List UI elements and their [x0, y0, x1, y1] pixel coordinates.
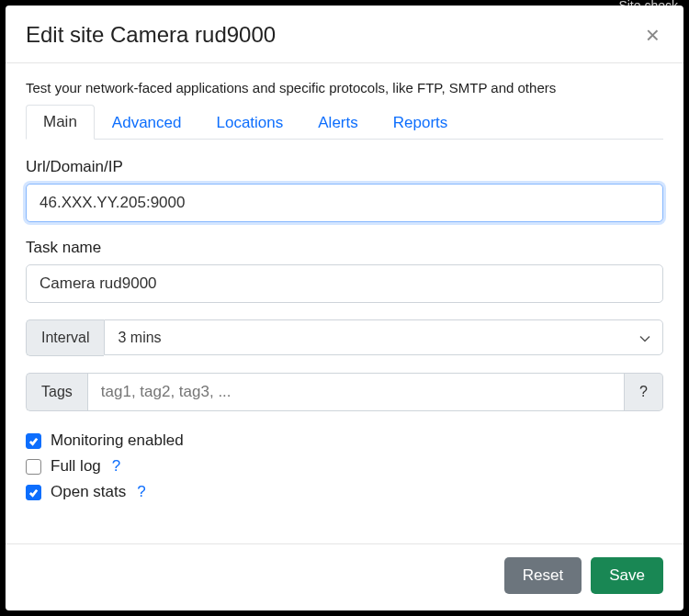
tab-advanced[interactable]: Advanced — [95, 105, 199, 140]
modal-header: Edit site Camera rud9000 × — [6, 6, 683, 63]
interval-select[interactable]: 3 mins — [104, 319, 663, 355]
url-label: Url/Domain/IP — [26, 158, 663, 176]
url-field-group: Url/Domain/IP — [26, 158, 663, 222]
task-name-label: Task name — [26, 239, 663, 257]
open-stats-checkbox[interactable] — [26, 485, 41, 500]
tab-main[interactable]: Main — [26, 105, 95, 140]
task-name-field-group: Task name — [26, 239, 663, 303]
open-stats-help-icon[interactable]: ? — [137, 483, 145, 501]
tab-reports[interactable]: Reports — [376, 105, 466, 140]
modal-description: Test your network-faced applications and… — [26, 80, 663, 95]
open-stats-label: Open stats — [51, 483, 126, 501]
full-log-label: Full log — [51, 457, 101, 476]
edit-site-modal: Edit site Camera rud9000 × Test your net… — [6, 6, 683, 610]
tags-field-group: Tags ? — [26, 373, 663, 411]
tags-help-button[interactable]: ? — [625, 373, 663, 411]
close-button[interactable]: × — [642, 23, 663, 47]
url-input[interactable] — [26, 184, 663, 222]
interval-field-group: Interval 3 mins — [26, 319, 663, 356]
full-log-help-icon[interactable]: ? — [112, 457, 120, 476]
modal-footer: Reset Save — [6, 543, 683, 610]
save-button[interactable]: Save — [591, 557, 663, 594]
modal-body: Test your network-faced applications and… — [6, 63, 683, 543]
tab-alerts[interactable]: Alerts — [300, 105, 375, 140]
full-log-row: Full log ? — [26, 457, 663, 476]
full-log-checkbox[interactable] — [26, 459, 41, 475]
tags-input[interactable] — [87, 373, 625, 411]
monitoring-enabled-row: Monitoring enabled — [26, 431, 663, 450]
interval-label: Interval — [26, 319, 104, 356]
task-name-input[interactable] — [26, 264, 663, 303]
tab-locations[interactable]: Locations — [198, 105, 300, 140]
reset-button[interactable]: Reset — [504, 557, 582, 594]
modal-title: Edit site Camera rud9000 — [26, 22, 276, 48]
tags-label: Tags — [26, 373, 87, 411]
tabs-nav: Main Advanced Locations Alerts Reports — [26, 105, 663, 140]
checkbox-group: Monitoring enabled Full log ? Open stats… — [26, 431, 663, 501]
open-stats-row: Open stats ? — [26, 483, 663, 501]
monitoring-enabled-label: Monitoring enabled — [51, 431, 184, 450]
monitoring-enabled-checkbox[interactable] — [26, 433, 41, 449]
